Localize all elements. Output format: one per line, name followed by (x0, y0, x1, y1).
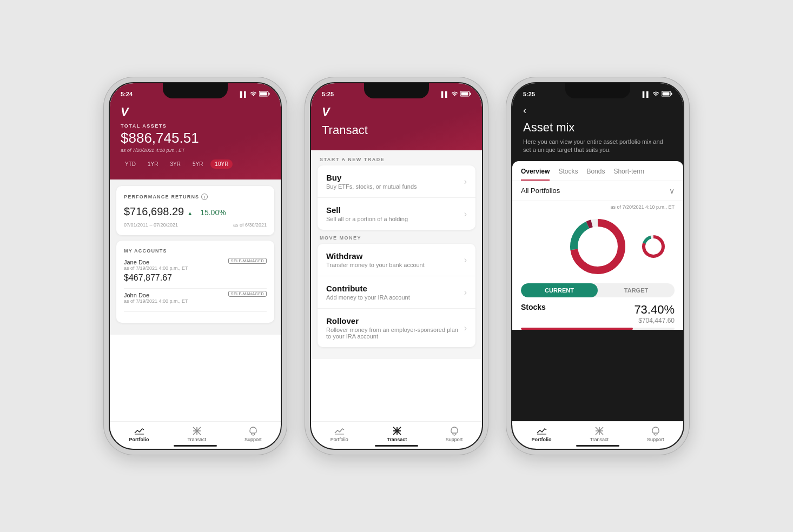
transact-icon-1 (191, 426, 202, 436)
wifi-icon-3 (652, 91, 659, 97)
phone-1-time: 5:24 (121, 91, 133, 97)
svg-rect-18 (671, 92, 672, 95)
phone-1: 5:24 ▌▌ V TOTAL ASSETS $886 (109, 82, 282, 450)
phone-2: 5:25 ▌▌ V Transact (310, 82, 483, 450)
account-row-john: John Doe SELF-MANAGED as of 7/19/2021 4:… (124, 292, 267, 312)
nav-portfolio-1[interactable]: Portfolio (129, 426, 149, 442)
svg-rect-17 (663, 92, 670, 95)
nav-support-1[interactable]: Support (244, 426, 262, 442)
nav-label-portfolio-2: Portfolio (331, 437, 348, 442)
info-icon[interactable]: i (201, 194, 208, 200)
phone-3-header: ‹ Asset mix Here you can view your entir… (512, 101, 683, 161)
perf-dates: 07/01/2011 – 07/20/2021 as of 6/30/2021 (124, 222, 267, 228)
portfolio-icon-1 (134, 426, 144, 436)
account-name-jane: Jane Doe (124, 259, 149, 265)
asset-mix-as-of: as of 7/20/2021 4:10 p.m., ET (512, 201, 683, 210)
nav-portfolio-3[interactable]: Portfolio (531, 426, 551, 442)
stocks-row: Stocks 73.40% $704,447.60 (512, 303, 683, 330)
nav-label-transact-2: Transact (387, 437, 407, 442)
asset-mix-title: Asset mix (523, 121, 672, 135)
withdraw-chevron: › (464, 255, 467, 265)
tab-short-term[interactable]: Short-term (613, 168, 644, 181)
wifi-icon (250, 91, 257, 97)
stocks-pct: 73.40% (634, 303, 675, 317)
trade-item-contribute[interactable]: Contribute Add money to your IRA account… (318, 276, 475, 309)
donut-area (512, 210, 683, 283)
withdraw-title: Withdraw (326, 251, 425, 261)
nav-transact-2[interactable]: Transact (387, 426, 407, 442)
filter-1yr[interactable]: 1YR (143, 159, 162, 169)
tab-stocks[interactable]: Stocks (558, 168, 578, 181)
phone-3-wrapper: 5:25 ▌▌ ‹ Asset mix Here yo (506, 77, 690, 455)
perf-value: $716,698.29 (124, 205, 184, 218)
nav-portfolio-2[interactable]: Portfolio (331, 426, 348, 442)
account-meta-john: as of 7/19/2021 4:00 p.m., ET (124, 298, 267, 304)
wifi-icon-2 (451, 91, 458, 97)
accounts-title: MY ACCOUNTS (124, 248, 267, 254)
nav-support-3[interactable]: Support (647, 426, 664, 442)
portfolio-selector[interactable]: All Portfolios ∨ (512, 181, 683, 201)
current-target-row: CURRENT TARGET (521, 283, 675, 297)
current-button[interactable]: CURRENT (521, 283, 598, 297)
account-value-jane: $467,877.67 (124, 273, 267, 283)
trade-item-withdraw[interactable]: Withdraw Transfer money to your bank acc… (318, 244, 475, 276)
stocks-progress-fill (521, 328, 633, 330)
performance-card: PERFORMANCE RETURNS i $716,698.29 ▲ 15.0… (116, 186, 274, 235)
filter-3yr[interactable]: 3YR (166, 159, 184, 169)
account-meta-jane: as of 7/19/2021 4:00 p.m., ET (124, 265, 267, 271)
vanguard-logo-2: V (322, 105, 471, 119)
phone-3-notch (565, 83, 630, 98)
support-icon-3 (650, 426, 661, 436)
sell-desc: Sell all or a portion of a holding (326, 216, 408, 222)
sell-chevron: › (464, 209, 467, 219)
account-row-jane: Jane Doe SELF-MANAGED as of 7/19/2021 4:… (124, 259, 267, 289)
stocks-value: $704,447.60 (634, 317, 675, 324)
signal-icon-3: ▌▌ (643, 91, 650, 97)
support-icon-1 (248, 426, 259, 436)
nav-transact-3[interactable]: Transact (590, 426, 609, 442)
battery-icon-2 (460, 91, 471, 98)
filter-5yr[interactable]: 5YR (188, 159, 207, 169)
phone-1-notch (163, 83, 228, 98)
perf-label: PERFORMANCE RETURNS i (124, 194, 267, 200)
buy-desc: Buy ETFs, stocks, or mutual funds (326, 183, 417, 190)
nav-label-portfolio-1: Portfolio (129, 437, 149, 442)
filter-ytd[interactable]: YTD (121, 159, 140, 169)
perf-date-range: 07/01/2011 – 07/20/2021 (124, 222, 178, 228)
back-button[interactable]: ‹ (523, 105, 672, 116)
target-button[interactable]: TARGET (598, 283, 675, 297)
phone-1-status-icons: ▌▌ (240, 91, 270, 98)
tab-overview[interactable]: Overview (521, 168, 550, 181)
account-badge-john: SELF-MANAGED (228, 291, 267, 297)
portfolio-icon-3 (536, 426, 547, 436)
portfolio-label: All Portfolios (521, 187, 560, 195)
vanguard-logo-1: V (121, 105, 270, 119)
transact-icon-2 (392, 426, 402, 436)
up-arrow-icon: ▲ (187, 210, 193, 216)
trade-item-sell[interactable]: Sell Sell all or a portion of a holding … (318, 198, 475, 230)
large-donut (565, 214, 630, 279)
filter-10yr[interactable]: 10YR (210, 159, 233, 169)
perf-as-of: as of 6/30/2021 (233, 222, 267, 228)
section-heading-money: MOVE MONEY (318, 235, 475, 241)
phone-3-status-icons: ▌▌ (643, 91, 672, 98)
account-badge-jane: SELF-MANAGED (228, 258, 267, 264)
trade-card-money: Withdraw Transfer money to your bank acc… (318, 244, 475, 347)
stocks-progress-bar (521, 328, 675, 330)
svg-rect-9 (461, 92, 468, 95)
battery-icon (259, 91, 270, 98)
rollover-desc: Rollover money from an employer-sponsore… (326, 327, 464, 340)
home-indicator-2 (375, 445, 418, 447)
trade-item-rollover[interactable]: Rollover Rollover money from an employer… (318, 309, 475, 347)
portfolio-icon-2 (334, 426, 345, 436)
signal-icon: ▌▌ (240, 91, 248, 97)
support-icon-2 (449, 426, 460, 436)
nav-support-2[interactable]: Support (446, 426, 463, 442)
time-filters: YTD 1YR 3YR 5YR 10YR (121, 159, 270, 169)
svg-rect-2 (269, 92, 270, 95)
phone-1-body: PERFORMANCE RETURNS i $716,698.29 ▲ 15.0… (110, 179, 281, 335)
trade-item-buy[interactable]: Buy Buy ETFs, stocks, or mutual funds › (318, 165, 475, 198)
nav-transact-1[interactable]: Transact (187, 426, 206, 442)
tab-bonds[interactable]: Bonds (586, 168, 605, 181)
perf-pct: 15.00% (200, 208, 226, 217)
